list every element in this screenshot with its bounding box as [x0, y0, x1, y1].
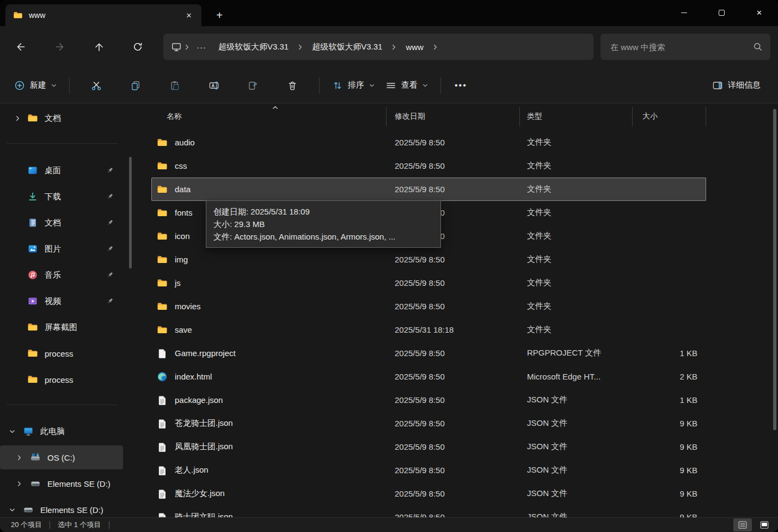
search-input[interactable]	[610, 42, 753, 52]
sidebar-divider	[7, 405, 118, 405]
address-bar[interactable]: ··· 超级软饭大师V3.31 超级软饭大师V3.31 www	[163, 34, 593, 60]
new-button[interactable]: 新建	[9, 75, 62, 96]
breadcrumb-overflow-button[interactable]: ···	[192, 40, 211, 54]
view-label: 查看	[401, 80, 418, 90]
copy-button[interactable]	[125, 75, 146, 96]
file-row-img[interactable]: img 2025/5/9 8:50 文件夹	[151, 248, 706, 271]
chevron-down-icon[interactable]	[7, 507, 17, 513]
folder-icon	[27, 322, 38, 333]
column-header-date-modified[interactable]: 修改日期	[387, 107, 520, 126]
new-tab-button[interactable]: +	[211, 7, 228, 23]
file-row-laoren-json[interactable]: 老人.json 2025/5/9 8:50 JSON 文件 9 KB	[151, 458, 706, 482]
column-header-size[interactable]: 大小	[633, 107, 706, 126]
forward-button[interactable]	[49, 36, 71, 58]
file-row-movies[interactable]: movies 2025/5/9 8:50 文件夹	[151, 295, 706, 318]
file-row-canglong-json[interactable]: 苍龙骑士团.json 2025/5/9 8:50 JSON 文件 9 KB	[151, 412, 706, 435]
item-count: 20 个项目	[11, 520, 42, 530]
maximize-button[interactable]	[703, 0, 740, 25]
minimize-button[interactable]	[665, 0, 703, 25]
file-row-js[interactable]: js 2025/5/9 8:50 文件夹	[151, 271, 706, 295]
file-date: 2025/5/9 8:50	[387, 395, 520, 405]
list-view-toggle[interactable]	[733, 518, 752, 531]
column-header-type[interactable]: 类型	[520, 107, 633, 126]
chevron-right-icon[interactable]	[14, 455, 24, 461]
chevron-right-icon[interactable]	[14, 481, 24, 487]
pin-icon[interactable]	[106, 271, 114, 279]
refresh-button[interactable]	[127, 36, 149, 58]
file-name: movies	[175, 302, 201, 311]
file-name: js	[175, 278, 181, 288]
up-button[interactable]	[88, 36, 110, 58]
pin-icon[interactable]	[106, 166, 114, 175]
tab-www[interactable]: www ✕	[5, 4, 201, 26]
pin-icon[interactable]	[106, 244, 114, 253]
file-type: 文件夹	[520, 231, 633, 241]
file-row-save[interactable]: save 2025/5/31 18:18 文件夹	[151, 318, 706, 341]
list-view-icon	[738, 520, 748, 530]
tooltip-size: 大小: 29.3 MB	[213, 218, 433, 230]
details-pane-button[interactable]: 详细信息	[707, 75, 766, 96]
sidebar-item-documents[interactable]: 文档	[0, 211, 123, 235]
rename-button[interactable]	[203, 75, 225, 96]
file-row-index-html[interactable]: index.html 2025/5/9 8:50 Microsoft Edge …	[151, 365, 706, 388]
file-row-qishituan-json[interactable]: 骑士团文职.json 2025/5/9 8:50 JSON 文件 9 KB	[151, 505, 706, 517]
json-file-icon	[157, 512, 168, 518]
copy-icon	[130, 80, 141, 91]
sidebar-item-desktop[interactable]: 桌面	[0, 158, 123, 182]
file-type: 文件夹	[520, 278, 633, 288]
column-header-name[interactable]: 名称	[151, 107, 387, 126]
file-row-audio[interactable]: audio 2025/5/9 8:50 文件夹	[151, 131, 706, 154]
file-date: 2025/5/9 8:50	[387, 278, 520, 288]
cut-button[interactable]	[85, 75, 107, 96]
sidebar-item-process[interactable]: process	[0, 341, 123, 365]
forward-icon	[54, 41, 65, 52]
breadcrumb-item[interactable]: www	[399, 39, 430, 55]
file-row-fenghuang-json[interactable]: 凤凰骑士团.json 2025/5/9 8:50 JSON 文件 9 KB	[151, 435, 706, 458]
sidebar-item-elements-drive[interactable]: Elements SE (D:)	[0, 472, 123, 496]
file-name: 骑士团文职.json	[175, 512, 233, 517]
thumbnail-view-toggle[interactable]	[755, 518, 774, 531]
tooltip-files: 文件: Actors.json, Animations.json, Armors…	[213, 230, 433, 243]
sidebar-item-downloads[interactable]: 下载	[0, 185, 123, 209]
file-row-css[interactable]: css 2025/5/9 8:50 文件夹	[151, 154, 706, 178]
sidebar-item-videos[interactable]: 视频	[0, 289, 123, 313]
pin-icon[interactable]	[106, 297, 114, 305]
file-row-game-rpgproject[interactable]: Game.rpgproject 2025/5/9 8:50 RPGPROJECT…	[151, 341, 706, 365]
sidebar-item-process[interactable]: process	[0, 368, 123, 392]
delete-button[interactable]	[281, 75, 303, 96]
sort-button[interactable]: 排序	[327, 75, 380, 96]
sidebar-item-this-pc[interactable]: 此电脑	[0, 419, 123, 443]
chevron-right-icon	[432, 44, 438, 50]
sidebar-item-music[interactable]: 音乐	[0, 263, 123, 287]
close-button[interactable]: ✕	[740, 0, 778, 25]
sidebar-item-pictures[interactable]: 图片	[0, 237, 123, 261]
breadcrumb-item[interactable]: 超级软饭大师V3.31	[305, 39, 389, 56]
pin-icon[interactable]	[106, 192, 114, 201]
sidebar-item-documents-tree[interactable]: 文档	[0, 106, 123, 130]
file-row-package-json[interactable]: package.json 2025/5/9 8:50 JSON 文件 1 KB	[151, 388, 706, 412]
drive-icon	[30, 478, 41, 489]
tab-close-icon[interactable]: ✕	[182, 8, 196, 22]
sidebar-item-label: 音乐	[45, 270, 61, 280]
breadcrumb-item[interactable]: 超级软饭大师V3.31	[212, 39, 295, 56]
share-button[interactable]	[242, 75, 264, 96]
sidebar-item-elements-drive[interactable]: Elements SE (D:)	[0, 498, 123, 517]
paste-button[interactable]	[164, 75, 186, 96]
more-options-button[interactable]: •••	[448, 76, 474, 95]
file-list-scrollbar	[771, 103, 778, 517]
file-name: img	[175, 255, 188, 264]
view-button[interactable]: 查看	[380, 75, 433, 96]
file-row-data-selected[interactable]: data 2025/5/9 8:50 文件夹	[151, 178, 706, 201]
back-button[interactable]	[10, 36, 32, 58]
chevron-down-icon[interactable]	[7, 429, 17, 435]
pin-icon[interactable]	[106, 218, 114, 227]
details-label: 详细信息	[728, 80, 761, 90]
file-row-mofashaonv-json[interactable]: 魔法少女.json 2025/5/9 8:50 JSON 文件 9 KB	[151, 482, 706, 505]
sidebar-scrollbar-thumb[interactable]	[129, 157, 132, 268]
scrollbar-thumb[interactable]	[773, 109, 776, 430]
sidebar-item-screenshots[interactable]: 屏幕截图	[0, 315, 123, 339]
chevron-right-icon[interactable]	[12, 115, 23, 121]
file-type: JSON 文件	[520, 465, 633, 475]
chevron-right-icon	[391, 44, 397, 50]
sidebar-item-os-c-drive[interactable]: OS (C:)	[0, 445, 123, 469]
